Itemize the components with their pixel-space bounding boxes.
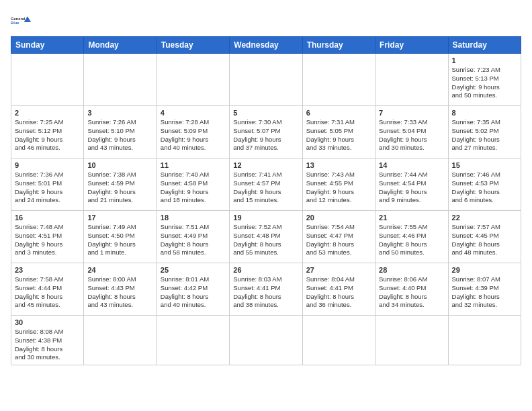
calendar-week-row: 9Sunrise: 7:36 AM Sunset: 5:01 PM Daylig… bbox=[11, 158, 521, 211]
day-number: 30 bbox=[15, 318, 80, 326]
day-info: Sunrise: 7:30 AM Sunset: 5:07 PM Dayligh… bbox=[233, 118, 298, 152]
calendar-cell bbox=[230, 54, 302, 106]
calendar-cell: 2Sunrise: 7:25 AM Sunset: 5:12 PM Daylig… bbox=[11, 106, 84, 158]
day-number: 5 bbox=[233, 109, 298, 117]
generalblue-logo-icon: GeneralBlue bbox=[11, 11, 32, 30]
day-info: Sunrise: 7:58 AM Sunset: 4:44 PM Dayligh… bbox=[15, 275, 80, 310]
day-info: Sunrise: 7:43 AM Sunset: 4:55 PM Dayligh… bbox=[306, 171, 371, 205]
calendar-cell: 12Sunrise: 7:41 AM Sunset: 4:57 PM Dayli… bbox=[230, 158, 302, 211]
calendar-cell bbox=[157, 54, 229, 106]
calendar-cell: 16Sunrise: 7:48 AM Sunset: 4:51 PM Dayli… bbox=[11, 211, 84, 263]
calendar-cell bbox=[375, 316, 448, 365]
day-number: 28 bbox=[379, 266, 444, 274]
calendar-cell bbox=[302, 54, 375, 106]
day-info: Sunrise: 7:26 AM Sunset: 5:10 PM Dayligh… bbox=[87, 118, 152, 152]
calendar-table: SundayMondayTuesdayWednesdayThursdayFrid… bbox=[11, 36, 521, 365]
day-number: 11 bbox=[161, 161, 226, 169]
calendar-cell: 22Sunrise: 7:57 AM Sunset: 4:45 PM Dayli… bbox=[448, 211, 521, 263]
day-number: 3 bbox=[87, 109, 152, 117]
calendar-cell bbox=[11, 54, 84, 106]
calendar-cell bbox=[84, 316, 157, 365]
day-number: 23 bbox=[15, 266, 80, 274]
calendar-cell: 8Sunrise: 7:35 AM Sunset: 5:02 PM Daylig… bbox=[448, 106, 521, 158]
day-info: Sunrise: 7:41 AM Sunset: 4:57 PM Dayligh… bbox=[233, 171, 298, 205]
day-number: 4 bbox=[161, 109, 226, 117]
day-number: 14 bbox=[379, 161, 444, 169]
calendar-cell: 19Sunrise: 7:52 AM Sunset: 4:48 PM Dayli… bbox=[230, 211, 302, 263]
calendar-cell: 6Sunrise: 7:31 AM Sunset: 5:05 PM Daylig… bbox=[302, 106, 375, 158]
weekday-header-wednesday: Wednesday bbox=[230, 37, 302, 54]
day-info: Sunrise: 8:01 AM Sunset: 4:42 PM Dayligh… bbox=[161, 275, 226, 310]
calendar-cell: 9Sunrise: 7:36 AM Sunset: 5:01 PM Daylig… bbox=[11, 158, 84, 211]
calendar-cell: 1Sunrise: 7:23 AM Sunset: 5:13 PM Daylig… bbox=[448, 54, 521, 106]
calendar-week-row: 2Sunrise: 7:25 AM Sunset: 5:12 PM Daylig… bbox=[11, 106, 521, 158]
logo: GeneralBlue bbox=[11, 11, 32, 30]
day-info: Sunrise: 7:31 AM Sunset: 5:05 PM Dayligh… bbox=[306, 118, 371, 152]
day-number: 16 bbox=[15, 214, 80, 222]
day-info: Sunrise: 7:55 AM Sunset: 4:46 PM Dayligh… bbox=[379, 223, 444, 257]
calendar-cell: 10Sunrise: 7:38 AM Sunset: 4:59 PM Dayli… bbox=[84, 158, 157, 211]
day-number: 18 bbox=[161, 214, 226, 222]
day-info: Sunrise: 7:46 AM Sunset: 4:53 PM Dayligh… bbox=[452, 171, 517, 205]
calendar-cell: 30Sunrise: 8:08 AM Sunset: 4:38 PM Dayli… bbox=[11, 316, 84, 365]
calendar-week-row: 23Sunrise: 7:58 AM Sunset: 4:44 PM Dayli… bbox=[11, 263, 521, 316]
day-number: 19 bbox=[233, 214, 298, 222]
day-number: 25 bbox=[161, 266, 226, 274]
calendar-cell: 17Sunrise: 7:49 AM Sunset: 4:50 PM Dayli… bbox=[84, 211, 157, 263]
day-number: 20 bbox=[306, 214, 371, 222]
calendar-cell: 14Sunrise: 7:44 AM Sunset: 4:54 PM Dayli… bbox=[375, 158, 448, 211]
calendar-cell: 7Sunrise: 7:33 AM Sunset: 5:04 PM Daylig… bbox=[375, 106, 448, 158]
day-info: Sunrise: 7:44 AM Sunset: 4:54 PM Dayligh… bbox=[379, 171, 444, 205]
calendar-cell: 28Sunrise: 8:06 AM Sunset: 4:40 PM Dayli… bbox=[375, 263, 448, 316]
calendar-cell: 24Sunrise: 8:00 AM Sunset: 4:43 PM Dayli… bbox=[84, 263, 157, 316]
calendar-cell: 18Sunrise: 7:51 AM Sunset: 4:49 PM Dayli… bbox=[157, 211, 229, 263]
calendar-cell: 27Sunrise: 8:04 AM Sunset: 4:41 PM Dayli… bbox=[302, 263, 375, 316]
day-info: Sunrise: 8:08 AM Sunset: 4:38 PM Dayligh… bbox=[15, 328, 80, 362]
calendar-cell bbox=[157, 316, 229, 365]
day-info: Sunrise: 7:33 AM Sunset: 5:04 PM Dayligh… bbox=[379, 118, 444, 152]
weekday-header-friday: Friday bbox=[375, 37, 448, 54]
day-info: Sunrise: 7:48 AM Sunset: 4:51 PM Dayligh… bbox=[15, 223, 80, 257]
day-number: 8 bbox=[452, 109, 517, 117]
weekday-header-tuesday: Tuesday bbox=[157, 37, 229, 54]
calendar-cell bbox=[230, 316, 302, 365]
calendar-cell bbox=[302, 316, 375, 365]
day-number: 22 bbox=[452, 214, 517, 222]
day-info: Sunrise: 7:49 AM Sunset: 4:50 PM Dayligh… bbox=[87, 223, 152, 257]
calendar-cell: 21Sunrise: 7:55 AM Sunset: 4:46 PM Dayli… bbox=[375, 211, 448, 263]
calendar-cell: 23Sunrise: 7:58 AM Sunset: 4:44 PM Dayli… bbox=[11, 263, 84, 316]
calendar-cell bbox=[375, 54, 448, 106]
day-info: Sunrise: 7:28 AM Sunset: 5:09 PM Dayligh… bbox=[161, 118, 226, 152]
day-number: 17 bbox=[87, 214, 152, 222]
day-number: 15 bbox=[452, 161, 517, 169]
day-info: Sunrise: 7:25 AM Sunset: 5:12 PM Dayligh… bbox=[15, 118, 80, 152]
day-info: Sunrise: 7:57 AM Sunset: 4:45 PM Dayligh… bbox=[452, 223, 517, 257]
svg-text:General: General bbox=[11, 17, 26, 21]
calendar-cell: 11Sunrise: 7:40 AM Sunset: 4:58 PM Dayli… bbox=[157, 158, 229, 211]
calendar-cell bbox=[84, 54, 157, 106]
day-info: Sunrise: 8:04 AM Sunset: 4:41 PM Dayligh… bbox=[306, 275, 371, 310]
calendar-cell: 20Sunrise: 7:54 AM Sunset: 4:47 PM Dayli… bbox=[302, 211, 375, 263]
day-info: Sunrise: 7:52 AM Sunset: 4:48 PM Dayligh… bbox=[233, 223, 298, 257]
day-number: 21 bbox=[379, 214, 444, 222]
day-info: Sunrise: 7:54 AM Sunset: 4:47 PM Dayligh… bbox=[306, 223, 371, 257]
weekday-header-saturday: Saturday bbox=[448, 37, 521, 54]
day-number: 10 bbox=[87, 161, 152, 169]
calendar-week-row: 1Sunrise: 7:23 AM Sunset: 5:13 PM Daylig… bbox=[11, 54, 521, 106]
calendar-cell: 3Sunrise: 7:26 AM Sunset: 5:10 PM Daylig… bbox=[84, 106, 157, 158]
calendar-cell: 25Sunrise: 8:01 AM Sunset: 4:42 PM Dayli… bbox=[157, 263, 229, 316]
day-info: Sunrise: 7:23 AM Sunset: 5:13 PM Dayligh… bbox=[452, 66, 517, 100]
day-info: Sunrise: 8:03 AM Sunset: 4:41 PM Dayligh… bbox=[233, 275, 298, 310]
day-info: Sunrise: 7:38 AM Sunset: 4:59 PM Dayligh… bbox=[87, 171, 152, 205]
calendar-cell: 29Sunrise: 8:07 AM Sunset: 4:39 PM Dayli… bbox=[448, 263, 521, 316]
day-info: Sunrise: 7:35 AM Sunset: 5:02 PM Dayligh… bbox=[452, 118, 517, 152]
weekday-header-monday: Monday bbox=[84, 37, 157, 54]
day-info: Sunrise: 8:06 AM Sunset: 4:40 PM Dayligh… bbox=[379, 275, 444, 310]
day-number: 7 bbox=[379, 109, 444, 117]
day-info: Sunrise: 8:07 AM Sunset: 4:39 PM Dayligh… bbox=[452, 275, 517, 310]
day-number: 12 bbox=[233, 161, 298, 169]
weekday-header-row: SundayMondayTuesdayWednesdayThursdayFrid… bbox=[11, 37, 521, 54]
page: GeneralBlue SundayMondayTuesdayWednesday… bbox=[0, 0, 532, 411]
calendar-cell: 13Sunrise: 7:43 AM Sunset: 4:55 PM Dayli… bbox=[302, 158, 375, 211]
header: GeneralBlue bbox=[11, 11, 521, 30]
